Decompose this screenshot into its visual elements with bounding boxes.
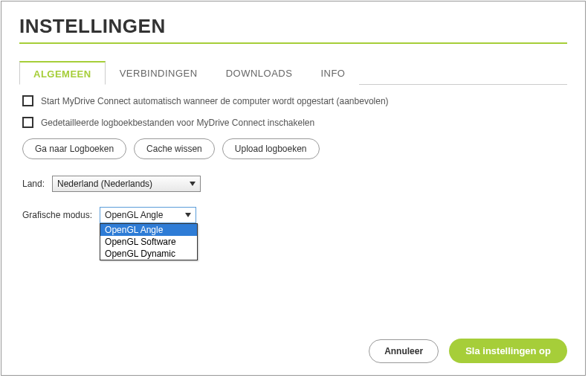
detailed-logs-checkbox[interactable] <box>22 117 33 128</box>
graphics-option-dynamic[interactable]: OpenGL Dynamic <box>100 248 197 260</box>
graphics-mode-row: Grafische modus: OpenGL Angle OpenGL Ang… <box>22 207 564 223</box>
tab-info[interactable]: INFO <box>306 61 359 85</box>
tabs: ALGEMEEN VERBINDINGEN DOWNLOADS INFO <box>19 60 567 85</box>
graphics-option-software[interactable]: OpenGL Software <box>100 236 197 248</box>
detailed-logs-row: Gedetailleerde logboekbestanden voor MyD… <box>22 117 564 128</box>
tab-body-algemeen: Start MyDrive Connect automatisch wannee… <box>19 85 567 241</box>
graphics-mode-combo[interactable]: OpenGL Angle OpenGL Angle OpenGL Softwar… <box>100 207 196 223</box>
country-label: Land: <box>22 179 45 189</box>
save-button[interactable]: Sla instellingen op <box>449 339 567 363</box>
autostart-label: Start MyDrive Connect automatisch wannee… <box>41 96 389 106</box>
graphics-mode-dropdown: OpenGL Angle OpenGL Software OpenGL Dyna… <box>100 223 198 260</box>
cancel-button[interactable]: Annuleer <box>369 339 439 363</box>
autostart-row: Start MyDrive Connect automatisch wannee… <box>22 95 564 106</box>
page-title: INSTELLINGEN <box>19 15 567 42</box>
country-combo[interactable]: Nederland (Nederlands) <box>52 176 201 192</box>
chevron-down-icon <box>182 209 194 221</box>
country-row: Land: Nederland (Nederlands) <box>22 176 564 192</box>
autostart-checkbox[interactable] <box>22 95 33 106</box>
title-rule <box>19 42 567 44</box>
chevron-down-icon <box>187 178 198 190</box>
country-value: Nederland (Nederlands) <box>53 176 200 191</box>
tab-algemeen[interactable]: ALGEMEEN <box>19 61 106 85</box>
dialog-footer: Annuleer Sla instellingen op <box>369 339 567 363</box>
graphics-mode-label: Grafische modus: <box>22 210 92 220</box>
clear-cache-button[interactable]: Cache wissen <box>134 138 215 159</box>
detailed-logs-label: Gedetailleerde logboekbestanden voor MyD… <box>41 118 314 128</box>
settings-dialog: INSTELLINGEN ALGEMEEN VERBINDINGEN DOWNL… <box>1 1 586 376</box>
tab-verbindingen[interactable]: VERBINDINGEN <box>106 61 212 85</box>
upload-logs-button[interactable]: Upload logboeken <box>222 138 320 159</box>
go-to-logs-button[interactable]: Ga naar Logboeken <box>22 138 126 159</box>
log-buttons-row: Ga naar Logboeken Cache wissen Upload lo… <box>22 138 564 159</box>
tab-downloads[interactable]: DOWNLOADS <box>212 61 307 85</box>
graphics-mode-value: OpenGL Angle <box>100 208 196 222</box>
graphics-option-angle[interactable]: OpenGL Angle <box>100 224 197 236</box>
